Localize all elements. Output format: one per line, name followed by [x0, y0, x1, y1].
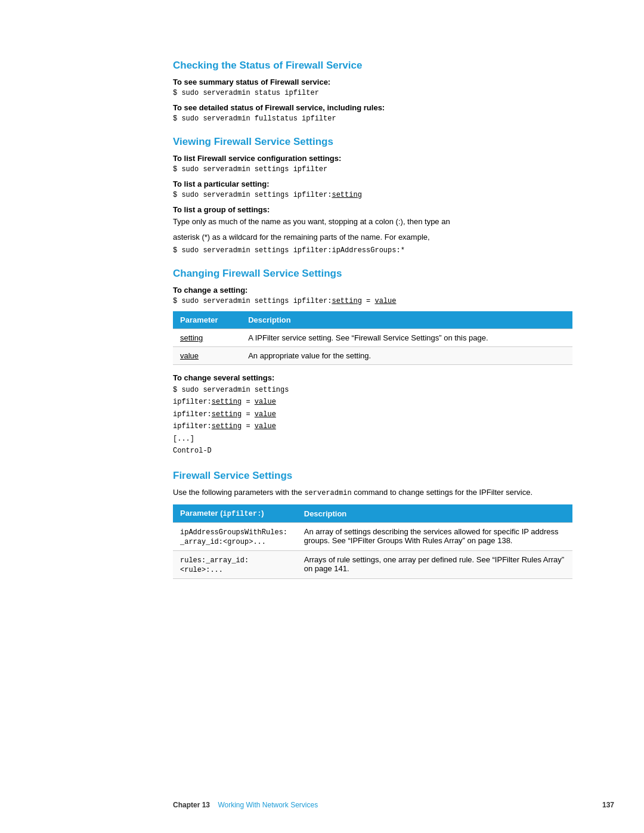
table2-header-desc: Description	[297, 504, 572, 523]
viewing-section: Viewing Firewall Service Settings To lis…	[173, 136, 572, 255]
checking-section: Checking the Status of Firewall Service …	[173, 60, 572, 123]
changing-sub2-code: $ sudo serveradmin settingsipfilter:sett…	[173, 384, 572, 457]
firewall-table: Parameter (ipfilter:) Description ipAddr…	[173, 504, 572, 579]
table1-row2-param: value	[173, 347, 241, 365]
changing-setting-link[interactable]: setting	[332, 297, 361, 305]
table-row: rules:_array_id:<rule>:... Arrays of rul…	[173, 551, 572, 579]
changing-value-link[interactable]: value	[374, 297, 396, 305]
viewing-title: Viewing Firewall Service Settings	[173, 136, 572, 148]
viewing-sub3-code: $ sudo serveradmin settings ipfilter:ipA…	[173, 246, 572, 255]
viewing-sub3-label: To list a group of settings:	[173, 205, 572, 214]
changing-sub2-label: To change several settings:	[173, 373, 572, 382]
content-area: Checking the Status of Firewall Service …	[0, 0, 644, 640]
table-row: ipAddressGroupsWithRules:_array_id:<grou…	[173, 523, 572, 551]
footer-chapter: Chapter 13 Working With Network Services	[173, 801, 318, 809]
table2-row1-param: ipAddressGroupsWithRules:_array_id:<grou…	[173, 523, 297, 551]
changing-sub1-label: To change a setting:	[173, 286, 572, 295]
firewall-body-prefix: Use the following parameters with the	[173, 488, 304, 497]
footer-page-number: 137	[602, 801, 614, 809]
firewall-body-code: serveradmin	[304, 489, 351, 497]
changing-sub1-code: $ sudo serveradmin settings ipfilter:set…	[173, 297, 572, 305]
viewing-sub2-code: $ sudo serveradmin settings ipfilter:set…	[173, 191, 572, 199]
changing-table: Parameter Description setting A IPFilter…	[173, 311, 572, 365]
table2-row2-param: rules:_array_id:<rule>:...	[173, 551, 297, 579]
footer-chapter-label: Chapter 13	[173, 801, 210, 809]
table1-row1-param: setting	[173, 329, 241, 347]
table1-header-param: Parameter	[173, 311, 241, 329]
checking-title: Checking the Status of Firewall Service	[173, 60, 572, 72]
table-row: value An appropriate value for the setti…	[173, 347, 572, 365]
checking-sub1-label: To see summary status of Firewall servic…	[173, 78, 572, 86]
changing-section: Changing Firewall Service Settings To ch…	[173, 268, 572, 457]
firewall-section: Firewall Service Settings Use the follow…	[173, 470, 572, 579]
table-row: setting A IPFilter service setting. See …	[173, 329, 572, 347]
viewing-sub3-body1: Type only as much of the name as you wan…	[173, 216, 572, 228]
table2-row1-desc: An array of settings describing the serv…	[297, 523, 572, 551]
footer-chapter-text: Working With Network Services	[218, 801, 318, 809]
viewing-sub2-link[interactable]: setting	[332, 191, 361, 199]
viewing-sub1-code: $ sudo serveradmin settings ipfilter	[173, 165, 572, 174]
table1-row1-desc: A IPFilter service setting. See “Firewal…	[241, 329, 572, 347]
table1-header-desc: Description	[241, 311, 572, 329]
table1-row2-desc: An appropriate value for the setting.	[241, 347, 572, 365]
footer: Chapter 13 Working With Network Services…	[0, 801, 644, 809]
viewing-sub3-body2: asterisk (*) as a wildcard for the remai…	[173, 231, 572, 243]
table1-header-row: Parameter Description	[173, 311, 572, 329]
viewing-sub1-label: To list Firewall service configuration s…	[173, 154, 572, 163]
table2-row2-desc: Arrays of rule settings, one array per d…	[297, 551, 572, 579]
firewall-title: Firewall Service Settings	[173, 470, 572, 482]
firewall-body: Use the following parameters with the se…	[173, 487, 572, 498]
checking-sub1-code: $ sudo serveradmin status ipfilter	[173, 89, 572, 97]
changing-title: Changing Firewall Service Settings	[173, 268, 572, 280]
viewing-sub2-label: To list a particular setting:	[173, 179, 572, 188]
checking-sub2-label: To see detailed status of Firewall servi…	[173, 103, 572, 112]
table2-header-param: Parameter (ipfilter:)	[173, 504, 297, 523]
checking-sub2-code: $ sudo serveradmin fullstatus ipfilter	[173, 114, 572, 123]
page: Checking the Status of Firewall Service …	[0, 0, 644, 833]
firewall-body-suffix: command to change settings for the IPFil…	[352, 488, 532, 497]
table2-header-row: Parameter (ipfilter:) Description	[173, 504, 572, 523]
